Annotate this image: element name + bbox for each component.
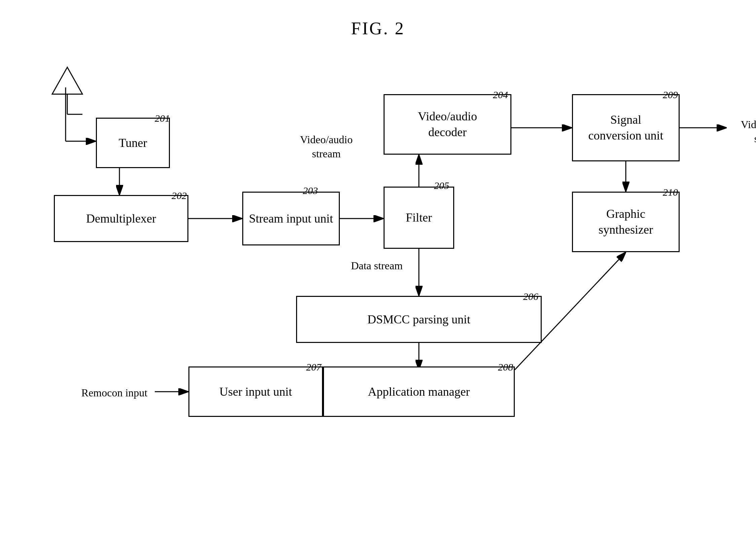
filter-box: Filter [384,187,454,249]
signal-conversion-unit-box: Signal conversion unit [572,94,680,161]
user-input-unit-box: User input unit [188,366,323,417]
stream-input-unit-label: Stream input unit [249,211,333,227]
stream-input-unit-box: Stream input unit [242,192,340,245]
remocon-input-label: Remocon input [74,386,155,400]
graphic-synthesizer-label: Graphic synthesizer [599,206,653,238]
antenna-symbol [45,64,89,119]
signal-conversion-unit-ref: 209 [663,89,678,101]
filter-label: Filter [406,210,432,226]
video-audio-decoder-label: Video/audio decoder [418,109,477,140]
demultiplexer-label: Demultiplexer [86,211,156,227]
demultiplexer-box: Demultiplexer [54,195,188,242]
user-input-unit-ref: 207 [306,361,321,373]
data-stream-label: Data stream [343,259,410,273]
svg-marker-15 [52,67,82,94]
video-audio-signal-label: Video/audio signal [728,118,756,146]
tuner-label: Tuner [119,135,147,151]
dsmcc-parsing-unit-box: DSMCC parsing unit [296,296,542,343]
figure-title: FIG. 2 [351,18,405,38]
arrows-svg [0,0,756,547]
video-audio-stream-label: Video/audio stream [289,133,363,161]
dsmcc-parsing-unit-label: DSMCC parsing unit [367,312,470,327]
graphic-synthesizer-box: Graphic synthesizer [572,192,680,252]
filter-ref: 205 [434,180,449,191]
tuner-ref: 201 [155,113,170,124]
application-manager-ref: 208 [498,361,513,373]
application-manager-label: Application manager [368,384,470,400]
user-input-unit-label: User input unit [219,384,292,400]
signal-conversion-unit-label: Signal conversion unit [588,112,663,144]
video-audio-decoder-box: Video/audio decoder [384,94,511,155]
dsmcc-parsing-unit-ref: 206 [523,291,538,302]
diagram-container: FIG. 2 [0,0,756,547]
application-manager-box: Application manager [323,366,515,417]
video-audio-decoder-ref: 204 [493,89,508,101]
demultiplexer-ref: 202 [172,190,187,201]
graphic-synthesizer-ref: 210 [663,187,678,198]
stream-input-unit-ref: 203 [303,185,318,196]
tuner-box: Tuner [96,118,170,168]
